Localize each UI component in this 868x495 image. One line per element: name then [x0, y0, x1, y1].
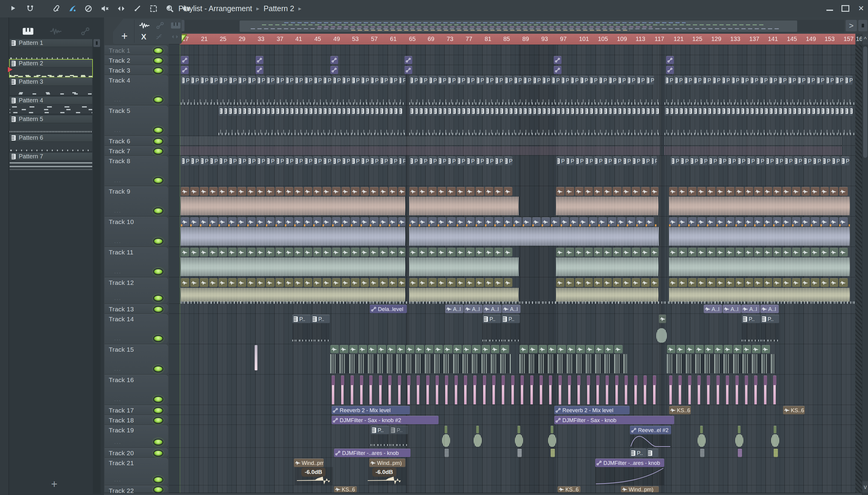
pattern-clip[interactable]: [546, 106, 550, 116]
menu-arrow-icon[interactable]: [8, 3, 20, 15]
audio-clip[interactable]: [398, 278, 405, 287]
audio-clip[interactable]: [613, 187, 621, 196]
pattern-header[interactable]: Pattern 3: [10, 78, 92, 86]
automation-clip[interactable]: Dela..level: [370, 305, 407, 313]
automation-clip[interactable]: Reeverb 2 - Mix level: [554, 406, 629, 414]
audio-clip[interactable]: [285, 278, 293, 287]
audio-clip[interactable]: [735, 278, 744, 287]
pattern-clip[interactable]: P..: [840, 157, 849, 165]
pattern-clip[interactable]: [266, 106, 270, 116]
audio-clip[interactable]: [761, 345, 770, 353]
stem-clip[interactable]: [678, 375, 682, 386]
pattern-clip[interactable]: P..: [793, 157, 802, 165]
audio-sliver-clip[interactable]: [476, 426, 479, 433]
audio-clip[interactable]: [304, 248, 312, 257]
pattern-clip[interactable]: [256, 106, 260, 116]
audio-clip[interactable]: [667, 345, 675, 353]
audio-clip[interactable]: [705, 345, 713, 353]
pattern-clip[interactable]: P..: [665, 76, 673, 85]
pattern-scrollbar[interactable]: [93, 39, 101, 494]
pattern-clip[interactable]: P..: [294, 76, 302, 85]
pattern-clip[interactable]: [374, 106, 378, 116]
stem-clip[interactable]: [587, 375, 590, 386]
stem-clip[interactable]: [669, 375, 672, 386]
dense-clip-strip[interactable]: [665, 146, 842, 155]
track-mute-led[interactable]: [153, 57, 163, 64]
audio-clip[interactable]: [494, 278, 503, 287]
pattern-clip[interactable]: P..: [816, 76, 824, 85]
pattern-clip[interactable]: P..: [428, 157, 437, 165]
pattern-clip[interactable]: [792, 106, 796, 116]
pattern-clip[interactable]: P..: [457, 157, 465, 165]
audio-clip[interactable]: [200, 187, 208, 196]
track-header-20[interactable]: Track 20: [104, 448, 168, 457]
pattern-clip[interactable]: P..: [485, 76, 493, 85]
audio-clip[interactable]: [397, 345, 405, 353]
pattern-clip[interactable]: [665, 106, 669, 116]
pattern-clip[interactable]: [523, 106, 526, 116]
delete-icon[interactable]: [83, 3, 95, 15]
pattern-clip[interactable]: [627, 106, 630, 116]
pattern-clip[interactable]: [461, 106, 465, 116]
track-header-22[interactable]: Track 22: [104, 486, 168, 492]
pattern-clip[interactable]: P..: [476, 157, 484, 165]
audio-clip[interactable]: [247, 187, 256, 196]
audio-clip[interactable]: [556, 187, 564, 196]
pattern-clip[interactable]: P..: [200, 157, 208, 165]
pattern-clip[interactable]: P..: [494, 76, 503, 85]
audio-clip[interactable]: [398, 248, 405, 257]
audio-clip[interactable]: [539, 345, 547, 353]
automation-clip[interactable]: Reeve..el #2: [630, 426, 671, 434]
audio-clip[interactable]: [494, 187, 503, 196]
track-name[interactable]: Track 9: [109, 188, 130, 195]
audio-clip[interactable]: [529, 345, 537, 353]
pattern-clip[interactable]: [551, 106, 555, 116]
stem-clip[interactable]: [558, 375, 562, 386]
audio-clip[interactable]: [360, 187, 369, 196]
audio-clip[interactable]: [773, 248, 782, 257]
pattern-clip[interactable]: [280, 106, 284, 116]
audio-clip[interactable]: [266, 278, 274, 287]
scroll-right-button[interactable]: >: [846, 20, 857, 31]
stem-clip[interactable]: [745, 375, 748, 386]
audio-clip[interactable]: [500, 345, 509, 353]
audio-clip[interactable]: [428, 278, 437, 287]
pattern-clip[interactable]: P..: [389, 157, 397, 165]
audio-clip[interactable]: [594, 248, 602, 257]
track-name[interactable]: Track 14: [109, 315, 134, 323]
harrows-button[interactable]: [168, 32, 182, 41]
automation-clip[interactable]: DJMFilter -..ares - knob: [595, 459, 664, 467]
pattern-clip[interactable]: P..: [718, 157, 726, 165]
audio-clip[interactable]: [285, 248, 293, 257]
audio-clip[interactable]: [504, 248, 512, 257]
pattern-clip[interactable]: P..: [822, 157, 830, 165]
pattern-clip[interactable]: [285, 106, 289, 116]
audio-clip[interactable]: [351, 187, 359, 196]
pattern-clip[interactable]: [632, 106, 635, 116]
track-name[interactable]: Track 8: [109, 157, 130, 165]
audio-clip[interactable]: [622, 248, 631, 257]
audio-clip[interactable]: [614, 345, 623, 353]
track-mute-led[interactable]: [153, 207, 163, 215]
audio-clip[interactable]: [238, 248, 246, 257]
track-mute-led[interactable]: [153, 67, 163, 74]
minimize-button[interactable]: [826, 4, 834, 12]
stem-clip[interactable]: [445, 375, 448, 386]
audio-sliver-clip[interactable]: [774, 426, 776, 433]
automation-clip[interactable]: DJMFilter -..ares - knob: [334, 449, 410, 457]
pattern-clip[interactable]: P..: [181, 157, 189, 165]
pattern-clip[interactable]: P..: [476, 76, 484, 85]
stem-clip[interactable]: [688, 375, 691, 386]
pattern-clip[interactable]: P..: [323, 76, 331, 85]
pattern-clip[interactable]: P..: [532, 76, 541, 85]
audio-clip[interactable]: [669, 248, 677, 257]
audio-clip[interactable]: [651, 248, 658, 257]
pattern-clip[interactable]: [844, 106, 848, 116]
audio-clip[interactable]: [773, 278, 782, 287]
pattern-clip[interactable]: [494, 106, 498, 116]
audio-clip[interactable]: [360, 278, 369, 287]
pattern-clip[interactable]: P..: [778, 76, 786, 85]
audio-clip[interactable]: [360, 248, 369, 257]
pattern-clip[interactable]: P..: [438, 157, 446, 165]
audio-clip[interactable]: [686, 345, 694, 353]
